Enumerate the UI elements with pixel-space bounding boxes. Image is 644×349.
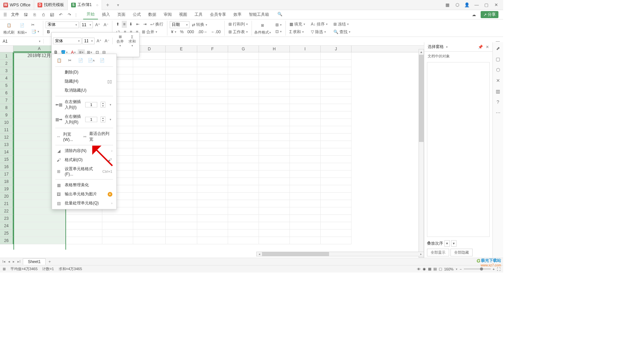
increase-decimal-button[interactable]: .00→ bbox=[196, 29, 209, 35]
rail-icon-5[interactable]: ▥ bbox=[495, 88, 501, 95]
cell[interactable] bbox=[166, 141, 197, 148]
cell[interactable] bbox=[133, 215, 166, 222]
cell[interactable] bbox=[290, 230, 321, 237]
row-header[interactable]: 9 bbox=[0, 111, 13, 119]
worksheet-button[interactable]: ⊞ 工作表▾ bbox=[227, 29, 249, 36]
cell[interactable] bbox=[259, 119, 290, 126]
fill-button[interactable]: ▦ 填充▾ bbox=[288, 21, 307, 28]
cell[interactable] bbox=[259, 207, 290, 215]
row-header[interactable]: 5 bbox=[0, 82, 13, 89]
cell[interactable] bbox=[228, 148, 259, 156]
cell[interactable] bbox=[321, 52, 352, 60]
print-icon[interactable]: ⎙ bbox=[39, 11, 47, 19]
cell[interactable] bbox=[166, 215, 197, 222]
cell[interactable] bbox=[290, 119, 321, 126]
help-icon[interactable]: ? bbox=[495, 99, 501, 105]
cell[interactable] bbox=[259, 178, 290, 185]
cell[interactable] bbox=[197, 97, 228, 104]
cell[interactable] bbox=[197, 74, 228, 82]
cell[interactable] bbox=[228, 185, 259, 193]
sort-button[interactable]: A↓ 排序▾ bbox=[310, 21, 329, 28]
cell[interactable] bbox=[13, 222, 65, 230]
cell[interactable] bbox=[197, 119, 228, 126]
cell[interactable] bbox=[259, 60, 290, 67]
view-normal-icon[interactable]: ▦ bbox=[428, 267, 431, 271]
cell[interactable] bbox=[321, 141, 352, 148]
cell[interactable] bbox=[321, 222, 352, 230]
cell[interactable] bbox=[228, 134, 259, 141]
cell[interactable] bbox=[290, 74, 321, 82]
cell[interactable] bbox=[133, 163, 166, 170]
share-button[interactable]: ↗ 分享 bbox=[481, 11, 498, 18]
cell[interactable] bbox=[290, 178, 321, 185]
cell[interactable] bbox=[259, 74, 290, 82]
cell[interactable] bbox=[228, 207, 259, 215]
cell[interactable] bbox=[259, 237, 290, 244]
tab-menu[interactable]: ▾ bbox=[113, 3, 123, 7]
currency-button[interactable]: ¥▾ bbox=[170, 29, 178, 35]
rail-icon-2[interactable]: ▢ bbox=[495, 56, 501, 62]
cell[interactable] bbox=[166, 170, 197, 178]
format-painter-button[interactable]: 📋格式刷 bbox=[2, 20, 16, 36]
paste-values-icon[interactable]: 📄 bbox=[98, 57, 106, 64]
cell[interactable] bbox=[259, 126, 290, 134]
cell[interactable] bbox=[228, 141, 259, 148]
row-header[interactable]: 21 bbox=[0, 200, 13, 207]
cell[interactable] bbox=[197, 193, 228, 200]
rail-icon-3[interactable]: ⬡ bbox=[495, 66, 501, 73]
cell[interactable] bbox=[290, 148, 321, 156]
cell[interactable] bbox=[290, 82, 321, 89]
mini-size-combo[interactable]: ▾ bbox=[82, 38, 95, 44]
cell[interactable] bbox=[197, 111, 228, 119]
cell[interactable] bbox=[166, 148, 197, 156]
cell[interactable] bbox=[228, 119, 259, 126]
cell[interactable] bbox=[321, 60, 352, 67]
cell[interactable] bbox=[166, 207, 197, 215]
cell[interactable] bbox=[228, 156, 259, 163]
cell[interactable] bbox=[321, 74, 352, 82]
eye-icon[interactable]: 👁 bbox=[417, 267, 421, 271]
more-icon[interactable]: ⋯ bbox=[495, 109, 501, 116]
align-middle-button[interactable]: ≡ bbox=[122, 21, 127, 28]
sheet-prev[interactable]: ◂ bbox=[7, 259, 11, 264]
col-header-I[interactable]: I bbox=[290, 46, 321, 52]
cell[interactable] bbox=[133, 148, 166, 156]
cell[interactable] bbox=[259, 193, 290, 200]
cell[interactable] bbox=[133, 126, 166, 134]
cell[interactable] bbox=[133, 156, 166, 163]
cell[interactable] bbox=[166, 200, 197, 207]
cell[interactable] bbox=[321, 170, 352, 178]
pin-icon[interactable]: 📌 bbox=[478, 45, 483, 49]
row-header[interactable]: 7 bbox=[0, 97, 13, 104]
cell[interactable] bbox=[133, 97, 166, 104]
cell[interactable] bbox=[197, 200, 228, 207]
cell[interactable] bbox=[166, 60, 197, 67]
row-header[interactable]: 15 bbox=[0, 156, 13, 163]
cube-icon[interactable]: ⬡ bbox=[453, 1, 462, 9]
cell[interactable] bbox=[228, 193, 259, 200]
cell[interactable] bbox=[102, 230, 133, 237]
cell[interactable] bbox=[228, 60, 259, 67]
zoom-out[interactable]: − bbox=[460, 267, 462, 271]
cell[interactable] bbox=[321, 207, 352, 215]
row-header[interactable]: 19 bbox=[0, 185, 13, 193]
zoom-value[interactable]: 160% bbox=[444, 267, 453, 271]
cell[interactable] bbox=[321, 111, 352, 119]
cell[interactable] bbox=[228, 111, 259, 119]
cell[interactable] bbox=[228, 237, 259, 244]
wrap-text-button[interactable]: ⮐ 换行 bbox=[149, 21, 165, 28]
undo-icon[interactable]: ↶ bbox=[57, 11, 65, 19]
find-button[interactable]: 🔍 查找▾ bbox=[332, 29, 352, 36]
mini-sum-button[interactable]: Σ求和▾ bbox=[126, 34, 138, 48]
cell[interactable] bbox=[197, 178, 228, 185]
cell[interactable] bbox=[228, 230, 259, 237]
rail-icon-4[interactable]: ✕ bbox=[495, 77, 501, 84]
cell[interactable] bbox=[166, 163, 197, 170]
ctx-format-cells[interactable]: ⊞设置单元格格式(F)...Ctrl+1 bbox=[52, 164, 116, 178]
cell[interactable] bbox=[65, 230, 102, 237]
mode-icon[interactable]: ⊞ bbox=[3, 267, 6, 271]
col-header-H[interactable]: H bbox=[259, 46, 290, 52]
cell[interactable] bbox=[228, 104, 259, 111]
cell[interactable] bbox=[290, 170, 321, 178]
name-box[interactable]: A1▾ bbox=[0, 39, 44, 44]
